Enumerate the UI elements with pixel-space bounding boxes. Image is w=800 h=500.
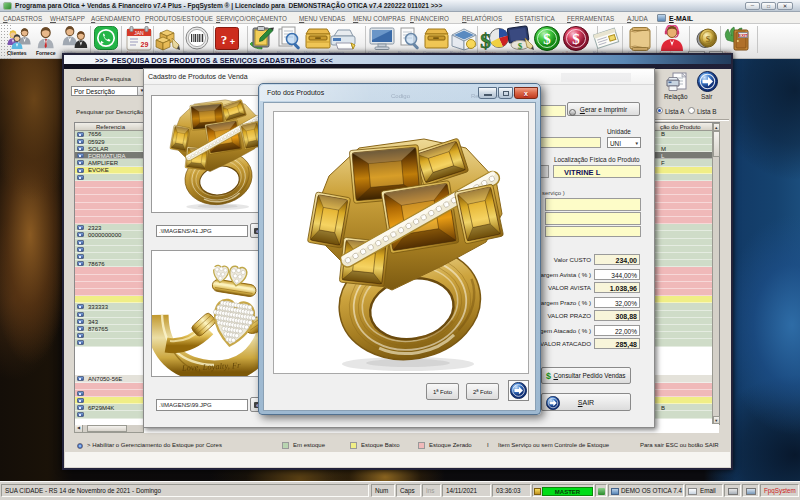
svg-text:+: + [230, 37, 235, 47]
svg-text:?: ? [221, 32, 228, 47]
svg-text:$: $ [706, 34, 711, 44]
svg-text:$: $ [572, 31, 580, 47]
svg-text:29: 29 [141, 41, 149, 48]
svg-text:$: $ [518, 41, 523, 51]
svg-text:$: $ [543, 31, 551, 47]
svg-text:JAN: JAN [134, 30, 144, 36]
svg-text:$: $ [480, 29, 491, 52]
svg-text:EXIT: EXIT [738, 33, 748, 38]
